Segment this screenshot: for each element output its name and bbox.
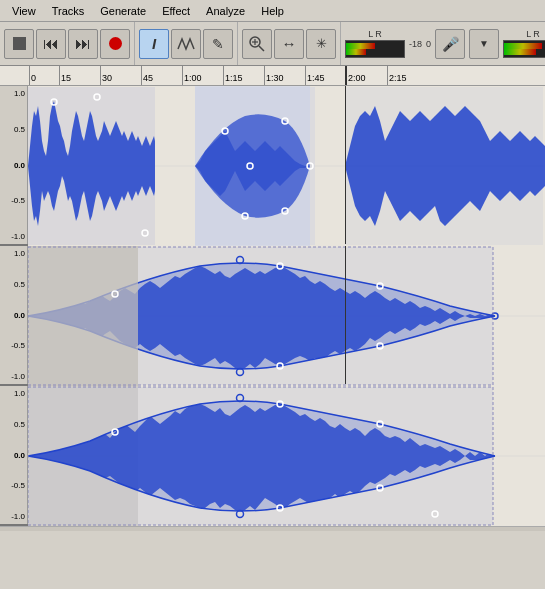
record-button[interactable] <box>100 29 130 59</box>
db-label-1: -18 <box>409 39 422 49</box>
menu-view[interactable]: View <box>4 3 44 19</box>
track-1-main[interactable]: 1.0 0.5 0.0 -0.5 -1.0 <box>0 86 545 244</box>
ruler-mark-15: 15 <box>59 66 71 85</box>
envelope-tool-button[interactable] <box>171 29 201 59</box>
ruler-mark-0: 0 <box>29 66 36 85</box>
svg-rect-24 <box>28 246 138 386</box>
vu-r-label: R <box>375 30 382 39</box>
zoom-in-button[interactable] <box>242 29 272 59</box>
timeline-ruler[interactable]: 0 15 30 45 1:00 1:15 1:30 1:45 2:00 2:15 <box>0 66 545 86</box>
top-controls: ⏮ ⏭ I ✎ ↔ ✳ L <box>0 22 545 66</box>
speaker-dropdown[interactable]: ▼ <box>469 29 499 59</box>
db-label-2: 0 <box>426 39 431 49</box>
timeshift-button[interactable]: ↔ <box>274 29 304 59</box>
y3-label-zero: 0.0 <box>2 451 25 460</box>
input-meter: L R <box>345 30 405 58</box>
bottom-bar <box>0 526 545 531</box>
ruler-mark-215: 2:15 <box>387 66 407 85</box>
track-1: 1.0 0.5 0.0 -0.5 -1.0 <box>0 86 545 246</box>
y1-label-top: 1.0 <box>2 89 25 98</box>
track-1-waveform <box>0 86 545 246</box>
track-3-y-axis: 1.0 0.5 0.0 -0.5 -1.0 <box>0 386 28 524</box>
ruler-mark-145: 1:45 <box>305 66 325 85</box>
menu-bar: View Tracks Generate Effect Analyze Help <box>0 0 545 22</box>
menu-generate[interactable]: Generate <box>92 3 154 19</box>
ruler-mark-115: 1:15 <box>223 66 243 85</box>
playhead-ruler-marker <box>345 66 347 85</box>
meter-group: L R -18 0 🎤 ▼ L R -18 <box>341 22 545 65</box>
stop-button[interactable] <box>4 29 34 59</box>
ruler-mark-200: 2:00 <box>346 66 366 85</box>
y2-label-bottom: -1.0 <box>2 372 25 381</box>
tracks-area: 1.0 0.5 0.0 -0.5 -1.0 <box>0 86 545 526</box>
rewind-button[interactable]: ⏮ <box>36 29 66 59</box>
y3-label-top: 1.0 <box>2 389 25 398</box>
y1-label-half: 0.5 <box>2 125 25 134</box>
y3-label-half: 0.5 <box>2 420 25 429</box>
track-1-playhead <box>345 86 346 244</box>
forward-button[interactable]: ⏭ <box>68 29 98 59</box>
y2-label-nhalf: -0.5 <box>2 341 25 350</box>
menu-effect[interactable]: Effect <box>154 3 198 19</box>
y1-label-zero: 0.0 <box>2 161 25 170</box>
track-1-y-axis: 1.0 0.5 0.0 -0.5 -1.0 <box>0 86 28 244</box>
select-tool-button[interactable]: I <box>139 29 169 59</box>
mic-button[interactable]: 🎤 <box>435 29 465 59</box>
vu-l-label: L <box>368 30 373 39</box>
tools-group: I ✎ <box>135 22 238 65</box>
track-2-y-axis: 1.0 0.5 0.0 -0.5 -1.0 <box>0 246 28 384</box>
track-3-waveform <box>0 386 545 526</box>
menu-tracks[interactable]: Tracks <box>44 3 93 19</box>
y3-label-bottom: -1.0 <box>2 512 25 521</box>
y3-label-nhalf: -0.5 <box>2 481 25 490</box>
record-icon <box>109 37 122 50</box>
track-2-playhead <box>345 246 346 384</box>
ruler-mark-30: 30 <box>100 66 112 85</box>
zoom-icon <box>249 36 265 52</box>
track-3-main[interactable]: 1.0 0.5 0.0 -0.5 -1.0 <box>0 386 545 524</box>
vu-r-bar <box>346 49 366 55</box>
output-meter: L R <box>503 30 545 58</box>
out-vu-r-bar <box>504 49 536 55</box>
envelope-icon <box>177 35 195 53</box>
ruler-mark-130: 1:30 <box>264 66 284 85</box>
transport-group: ⏮ ⏭ <box>0 22 135 65</box>
draw-tool-button[interactable]: ✎ <box>203 29 233 59</box>
y2-label-top: 1.0 <box>2 249 25 258</box>
svg-line-1 <box>259 46 264 51</box>
multitool-button[interactable]: ✳ <box>306 29 336 59</box>
out-l-label: L <box>526 30 531 39</box>
output-vu-meter[interactable] <box>503 40 545 58</box>
y2-label-half: 0.5 <box>2 280 25 289</box>
ruler-mark-45: 45 <box>141 66 153 85</box>
y1-label-nhalf: -0.5 <box>2 196 25 205</box>
stop-icon <box>13 37 26 50</box>
ruler-mark-100: 1:00 <box>182 66 202 85</box>
menu-analyze[interactable]: Analyze <box>198 3 253 19</box>
y2-label-zero: 0.0 <box>2 311 25 320</box>
input-vu-meter[interactable] <box>345 40 405 58</box>
zoom-tools-group: ↔ ✳ <box>238 22 341 65</box>
out-r-label: R <box>533 30 540 39</box>
track-2: 1.0 0.5 0.0 -0.5 -1.0 <box>0 246 545 386</box>
track-2-main[interactable]: 1.0 0.5 0.0 -0.5 -1.0 <box>0 246 545 384</box>
track-3: 1.0 0.5 0.0 -0.5 -1.0 <box>0 386 545 526</box>
track-2-waveform <box>0 246 545 386</box>
y1-label-bottom: -1.0 <box>2 232 25 241</box>
menu-help[interactable]: Help <box>253 3 292 19</box>
